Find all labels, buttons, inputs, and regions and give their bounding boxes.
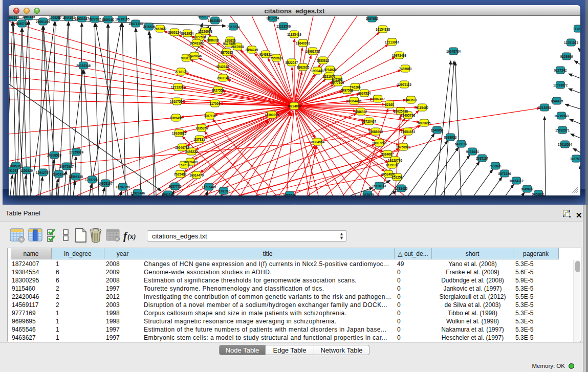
svg-text:16120746: 16120746: [388, 159, 403, 162]
svg-text:62160: 62160: [385, 103, 394, 106]
svg-text:111267: 111267: [573, 27, 580, 31]
svg-text:16543362: 16543362: [189, 41, 204, 45]
svg-text:13751074: 13751074: [564, 41, 579, 45]
svg-text:15495758: 15495758: [401, 114, 416, 117]
svg-text:8813054: 8813054: [267, 16, 279, 20]
svg-text:1361019: 1361019: [361, 193, 374, 196]
svg-text:1065287: 1065287: [49, 16, 62, 19]
svg-text:18300295: 18300295: [265, 113, 279, 117]
svg-text:9474444: 9474444: [466, 150, 479, 154]
svg-text:9242848: 9242848: [216, 65, 229, 69]
svg-text:9463621: 9463621: [532, 192, 545, 196]
svg-text:3875685: 3875685: [221, 51, 233, 54]
svg-text:12975115: 12975115: [397, 83, 411, 86]
svg-text:7386322: 7386322: [355, 110, 367, 114]
svg-text:9129966: 9129966: [560, 55, 573, 58]
svg-text:8322037: 8322037: [286, 61, 298, 64]
svg-text:12213319: 12213319: [171, 85, 186, 89]
svg-text:12923446: 12923446: [130, 191, 145, 195]
svg-text:9146821: 9146821: [259, 53, 272, 56]
svg-text:16648784: 16648784: [446, 50, 461, 53]
svg-text:16782759: 16782759: [116, 185, 130, 189]
svg-text:1895061: 1895061: [10, 164, 23, 168]
svg-text:9657771: 9657771: [169, 185, 182, 188]
svg-text:2087682: 2087682: [366, 17, 379, 20]
svg-text:13218506: 13218506: [276, 25, 291, 28]
svg-text:10653287: 10653287: [75, 17, 90, 20]
svg-text:252254: 252254: [391, 176, 403, 179]
svg-text:16154838: 16154838: [376, 28, 390, 31]
svg-text:9465546: 9465546: [284, 193, 296, 196]
svg-text:9463627: 9463627: [405, 98, 418, 102]
svg-text:18724007: 18724007: [287, 104, 302, 108]
svg-text:12213967: 12213967: [385, 40, 400, 44]
svg-text:7663822: 7663822: [154, 27, 167, 31]
svg-text:9777169: 9777169: [332, 81, 344, 84]
svg-text:16961758: 16961758: [306, 50, 320, 53]
svg-text:8427552: 8427552: [212, 89, 225, 92]
svg-text:(x): (x): [127, 233, 136, 241]
svg-text:20364436: 20364436: [347, 99, 362, 103]
svg-text:19166825: 19166825: [172, 132, 187, 135]
svg-text:5498222: 5498222: [185, 150, 198, 154]
svg-text:2264139: 2264139: [23, 16, 35, 18]
svg-text:9794024: 9794024: [324, 68, 337, 72]
svg-text:1181257: 1181257: [217, 189, 230, 193]
svg-text:16033809: 16033809: [208, 19, 223, 23]
svg-text:6466160: 6466160: [102, 18, 115, 21]
svg-text:391591: 391591: [9, 169, 18, 172]
svg-text:746206: 746206: [350, 85, 361, 89]
svg-text:13226053: 13226053: [198, 30, 213, 33]
svg-text:1145194: 1145194: [53, 172, 66, 176]
svg-text:10688609: 10688609: [368, 130, 383, 134]
svg-text:1156829: 1156829: [20, 169, 33, 172]
svg-text:10046788: 10046788: [175, 146, 190, 149]
svg-text:1167534: 1167534: [570, 157, 580, 161]
svg-text:16914479: 16914479: [189, 173, 204, 177]
svg-text:2718179: 2718179: [175, 70, 188, 74]
svg-text:9599278: 9599278: [198, 16, 210, 18]
svg-text:7955812: 7955812: [317, 59, 330, 62]
svg-text:3624534: 3624534: [358, 92, 371, 95]
svg-text:8454749: 8454749: [246, 48, 258, 52]
svg-text:1896155: 1896155: [9, 16, 19, 19]
svg-text:11325419: 11325419: [287, 33, 301, 36]
svg-text:15716485: 15716485: [202, 185, 216, 189]
svg-text:2803144: 2803144: [217, 76, 230, 80]
svg-text:9245632: 9245632: [521, 187, 534, 191]
svg-text:1558520: 1558520: [270, 56, 283, 60]
svg-text:2935114: 2935114: [476, 157, 489, 160]
svg-text:6497568: 6497568: [341, 89, 354, 92]
svg-text:17016504: 17016504: [558, 143, 573, 146]
svg-text:8938913: 8938913: [444, 136, 457, 139]
svg-text:10719155: 10719155: [115, 17, 130, 21]
svg-text:1292344: 1292344: [162, 193, 175, 196]
svg-text:7632621: 7632621: [489, 164, 502, 168]
svg-text:1362615: 1362615: [297, 65, 310, 69]
svg-text:1965496: 1965496: [170, 116, 183, 120]
svg-text:19654923: 19654923: [401, 130, 416, 134]
svg-text:12942757: 12942757: [36, 171, 51, 174]
svg-text:9227342: 9227342: [554, 69, 567, 72]
svg-text:19384554: 19384554: [310, 140, 325, 144]
svg-text:1244415: 1244415: [551, 99, 563, 103]
svg-text:1990448: 1990448: [311, 69, 324, 73]
svg-text:17359924: 17359924: [69, 150, 84, 154]
svg-text:1335356: 1335356: [195, 126, 208, 130]
svg-text:8186328: 8186328: [207, 38, 220, 42]
svg-text:7357224: 7357224: [227, 25, 240, 29]
svg-text:9115460: 9115460: [416, 106, 429, 110]
svg-text:10958107: 10958107: [98, 182, 113, 185]
svg-text:18640910: 18640910: [296, 41, 311, 45]
svg-text:117009: 117009: [210, 102, 221, 105]
svg-text:20053346: 20053346: [76, 64, 91, 68]
svg-text:1733426: 1733426: [395, 187, 408, 190]
svg-text:15720407: 15720407: [362, 120, 377, 123]
svg-text:8213958: 8213958: [538, 106, 551, 110]
svg-text:9055712: 9055712: [16, 22, 29, 26]
svg-text:6479197: 6479197: [455, 142, 468, 146]
svg-text:10025438: 10025438: [394, 110, 408, 113]
svg-text:3267110: 3267110: [204, 114, 216, 118]
svg-text:1844193: 1844193: [62, 16, 75, 19]
svg-text:12505135: 12505135: [69, 175, 83, 179]
